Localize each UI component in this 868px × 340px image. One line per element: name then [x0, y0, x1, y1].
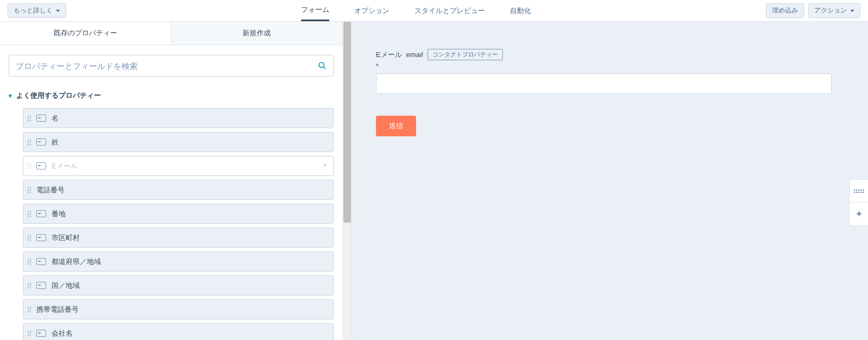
subtab-label: 新規作成 — [242, 29, 271, 37]
subtab-existing[interactable]: 既存のプロパティー — [0, 22, 171, 45]
submit-button[interactable]: 送信 — [376, 116, 416, 136]
property-item[interactable]: 電話番号 — [23, 180, 334, 200]
scrollbar-thumb[interactable] — [343, 22, 351, 223]
embed-button[interactable]: 埋め込み — [766, 3, 804, 18]
topbar: もっと詳しく フォーム オプション スタイルとプレビュー 自動化 埋め込み アク… — [0, 0, 868, 22]
property-item[interactable]: 会社名 — [23, 323, 334, 340]
text-field-icon — [36, 162, 46, 169]
property-item: Eメール* — [23, 156, 334, 176]
field-code: email — [406, 51, 423, 59]
tab-options[interactable]: オプション — [354, 0, 390, 21]
property-label: 名 — [52, 114, 59, 123]
property-label: 番地 — [52, 209, 66, 219]
tab-label: フォーム — [301, 5, 329, 15]
form-canvas: Eメール email コンタクトプロパティー * 送信 ✦ — [352, 22, 868, 340]
more-details-label: もっと詳しく — [14, 6, 53, 15]
drag-handle-icon — [28, 163, 31, 169]
float-panel: ✦ — [849, 179, 868, 226]
property-item[interactable]: 姓 — [23, 132, 334, 152]
group-title: よく使用するプロパティー — [16, 91, 101, 100]
drag-handle-icon — [28, 331, 31, 336]
action-label: アクション — [814, 6, 847, 15]
property-item[interactable]: 都道府県／地域 — [23, 251, 334, 272]
property-label: 国／地域 — [52, 281, 80, 291]
more-details-button[interactable]: もっと詳しく — [8, 3, 66, 18]
property-label: 市区町村 — [52, 233, 80, 243]
search-icon — [318, 61, 327, 70]
svg-point-0 — [319, 62, 324, 67]
chevron-down-icon — [850, 10, 854, 12]
drag-handle-icon — [28, 283, 31, 288]
field-label: Eメール — [376, 50, 402, 60]
drag-handle-icon — [28, 116, 31, 121]
property-label: 姓 — [52, 137, 59, 147]
tab-label: スタイルとプレビュー — [414, 6, 485, 16]
property-item[interactable]: 国／地域 — [23, 275, 334, 295]
text-field-icon — [36, 258, 46, 265]
topbar-right: 埋め込み アクション — [766, 3, 860, 18]
property-label: 会社名 — [52, 329, 73, 338]
property-label: Eメール — [52, 161, 78, 171]
email-field[interactable] — [376, 73, 832, 94]
required-asterisk: * — [323, 161, 327, 171]
action-button[interactable]: アクション — [808, 3, 860, 18]
property-item[interactable]: 名 — [23, 108, 334, 128]
scrollbar[interactable] — [342, 22, 352, 340]
drag-handle-icon — [28, 211, 31, 217]
subtab-new[interactable]: 新規作成 — [171, 22, 343, 45]
chevron-down-icon — [56, 10, 60, 12]
chevron-down-icon: ▾ — [9, 92, 12, 99]
property-label: 携帯電話番号 — [36, 305, 79, 314]
drag-handle-icon — [28, 235, 31, 241]
drag-handle-icon — [28, 259, 31, 265]
drag-handle-icon — [28, 307, 31, 312]
grid-icon[interactable] — [850, 180, 868, 203]
form-field-email[interactable]: Eメール email コンタクトプロパティー * — [376, 49, 832, 94]
tab-label: オプション — [354, 6, 390, 16]
property-label: 都道府県／地域 — [52, 257, 101, 267]
text-field-icon — [36, 210, 46, 217]
property-list: 名姓Eメール*電話番号番地市区町村都道府県／地域国／地域携帯電話番号会社名 — [0, 108, 342, 340]
search[interactable] — [9, 55, 334, 77]
svg-line-1 — [323, 67, 326, 69]
embed-label: 埋め込み — [772, 6, 798, 15]
top-nav: フォーム オプション スタイルとプレビュー 自動化 — [66, 0, 766, 21]
group-header[interactable]: ▾ よく使用するプロパティー — [0, 81, 342, 108]
drag-handle-icon — [28, 140, 31, 145]
drag-handle-icon — [28, 187, 31, 193]
text-field-icon — [36, 330, 46, 337]
required-indicator: * — [376, 62, 832, 70]
tab-style-preview[interactable]: スタイルとプレビュー — [414, 0, 485, 21]
text-field-icon — [36, 282, 46, 289]
property-item[interactable]: 市区町村 — [23, 228, 334, 248]
subtab-label: 既存のプロパティー — [54, 29, 117, 37]
submit-label: 送信 — [389, 122, 403, 130]
tab-label: 自動化 — [510, 6, 531, 16]
search-input[interactable] — [16, 61, 318, 71]
tab-form[interactable]: フォーム — [301, 0, 329, 21]
field-tag: コンタクトプロパティー — [427, 49, 503, 60]
text-field-icon — [36, 115, 46, 122]
property-item[interactable]: 番地 — [23, 204, 334, 224]
tab-automation[interactable]: 自動化 — [510, 0, 531, 21]
text-field-icon — [36, 234, 46, 241]
sidebar: 既存のプロパティー 新規作成 ▾ よく使用するプロパティー 名姓Eメール*電話番… — [0, 22, 342, 340]
sparkle-icon[interactable]: ✦ — [850, 203, 868, 225]
search-wrap — [0, 45, 342, 81]
main: 既存のプロパティー 新規作成 ▾ よく使用するプロパティー 名姓Eメール*電話番… — [0, 22, 868, 340]
property-item[interactable]: 携帯電話番号 — [23, 299, 334, 319]
subtabs: 既存のプロパティー 新規作成 — [0, 22, 342, 45]
property-label: 電話番号 — [36, 185, 65, 195]
text-field-icon — [36, 138, 46, 146]
field-label-row: Eメール email コンタクトプロパティー — [376, 49, 832, 60]
